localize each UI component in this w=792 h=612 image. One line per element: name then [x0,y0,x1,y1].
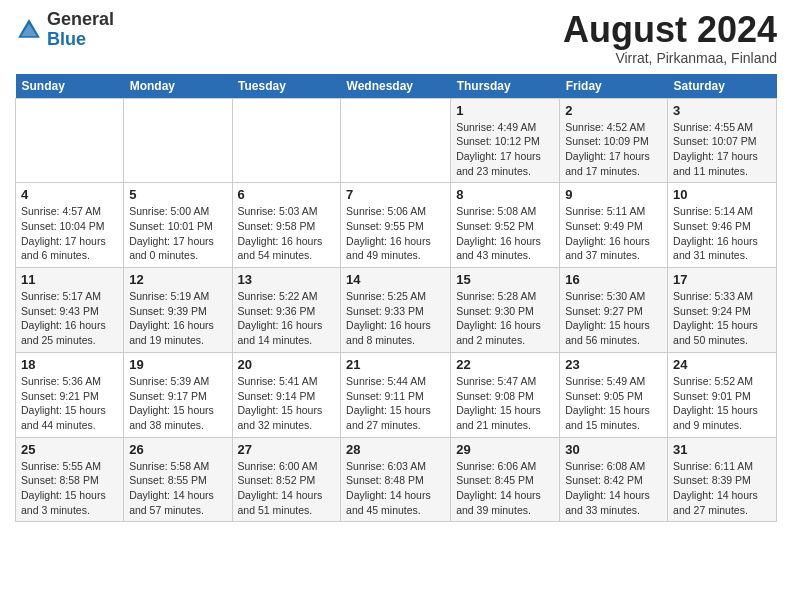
page-subtitle: Virrat, Pirkanmaa, Finland [563,50,777,66]
day-number: 27 [238,442,336,457]
calendar-cell: 2Sunrise: 4:52 AM Sunset: 10:09 PM Dayli… [560,98,668,183]
calendar-cell: 3Sunrise: 4:55 AM Sunset: 10:07 PM Dayli… [668,98,777,183]
header-cell-friday: Friday [560,74,668,99]
calendar-cell: 21Sunrise: 5:44 AM Sunset: 9:11 PM Dayli… [341,352,451,437]
day-number: 20 [238,357,336,372]
header-cell-thursday: Thursday [451,74,560,99]
calendar-cell: 7Sunrise: 5:06 AM Sunset: 9:55 PM Daylig… [341,183,451,268]
day-number: 19 [129,357,226,372]
week-row-4: 18Sunrise: 5:36 AM Sunset: 9:21 PM Dayli… [16,352,777,437]
day-number: 18 [21,357,118,372]
calendar-cell: 24Sunrise: 5:52 AM Sunset: 9:01 PM Dayli… [668,352,777,437]
day-number: 17 [673,272,771,287]
calendar-cell: 15Sunrise: 5:28 AM Sunset: 9:30 PM Dayli… [451,268,560,353]
day-content: Sunrise: 5:03 AM Sunset: 9:58 PM Dayligh… [238,204,336,263]
calendar-cell: 4Sunrise: 4:57 AM Sunset: 10:04 PM Dayli… [16,183,124,268]
day-number: 26 [129,442,226,457]
day-content: Sunrise: 5:41 AM Sunset: 9:14 PM Dayligh… [238,374,336,433]
calendar-cell: 1Sunrise: 4:49 AM Sunset: 10:12 PM Dayli… [451,98,560,183]
day-number: 31 [673,442,771,457]
calendar-cell [124,98,232,183]
day-number: 25 [21,442,118,457]
calendar-cell: 14Sunrise: 5:25 AM Sunset: 9:33 PM Dayli… [341,268,451,353]
day-number: 6 [238,187,336,202]
day-number: 12 [129,272,226,287]
day-number: 9 [565,187,662,202]
day-content: Sunrise: 6:11 AM Sunset: 8:39 PM Dayligh… [673,459,771,518]
calendar-cell: 18Sunrise: 5:36 AM Sunset: 9:21 PM Dayli… [16,352,124,437]
day-content: Sunrise: 5:06 AM Sunset: 9:55 PM Dayligh… [346,204,445,263]
day-content: Sunrise: 5:25 AM Sunset: 9:33 PM Dayligh… [346,289,445,348]
calendar-cell: 6Sunrise: 5:03 AM Sunset: 9:58 PM Daylig… [232,183,341,268]
day-content: Sunrise: 6:03 AM Sunset: 8:48 PM Dayligh… [346,459,445,518]
day-number: 4 [21,187,118,202]
calendar-cell: 12Sunrise: 5:19 AM Sunset: 9:39 PM Dayli… [124,268,232,353]
day-content: Sunrise: 5:11 AM Sunset: 9:49 PM Dayligh… [565,204,662,263]
day-content: Sunrise: 6:08 AM Sunset: 8:42 PM Dayligh… [565,459,662,518]
day-number: 5 [129,187,226,202]
calendar-cell: 13Sunrise: 5:22 AM Sunset: 9:36 PM Dayli… [232,268,341,353]
day-content: Sunrise: 5:58 AM Sunset: 8:55 PM Dayligh… [129,459,226,518]
day-number: 16 [565,272,662,287]
day-number: 30 [565,442,662,457]
header-cell-wednesday: Wednesday [341,74,451,99]
day-content: Sunrise: 5:36 AM Sunset: 9:21 PM Dayligh… [21,374,118,433]
day-content: Sunrise: 5:14 AM Sunset: 9:46 PM Dayligh… [673,204,771,263]
calendar-cell: 10Sunrise: 5:14 AM Sunset: 9:46 PM Dayli… [668,183,777,268]
week-row-5: 25Sunrise: 5:55 AM Sunset: 8:58 PM Dayli… [16,437,777,522]
day-number: 3 [673,103,771,118]
day-content: Sunrise: 4:55 AM Sunset: 10:07 PM Daylig… [673,120,771,179]
calendar-cell: 8Sunrise: 5:08 AM Sunset: 9:52 PM Daylig… [451,183,560,268]
day-number: 1 [456,103,554,118]
day-number: 15 [456,272,554,287]
calendar-cell: 25Sunrise: 5:55 AM Sunset: 8:58 PM Dayli… [16,437,124,522]
day-number: 10 [673,187,771,202]
day-number: 24 [673,357,771,372]
calendar-table: SundayMondayTuesdayWednesdayThursdayFrid… [15,74,777,523]
day-number: 21 [346,357,445,372]
header-cell-monday: Monday [124,74,232,99]
calendar-cell: 19Sunrise: 5:39 AM Sunset: 9:17 PM Dayli… [124,352,232,437]
calendar-cell: 29Sunrise: 6:06 AM Sunset: 8:45 PM Dayli… [451,437,560,522]
day-content: Sunrise: 5:33 AM Sunset: 9:24 PM Dayligh… [673,289,771,348]
header-cell-sunday: Sunday [16,74,124,99]
day-content: Sunrise: 5:08 AM Sunset: 9:52 PM Dayligh… [456,204,554,263]
day-number: 23 [565,357,662,372]
day-content: Sunrise: 5:52 AM Sunset: 9:01 PM Dayligh… [673,374,771,433]
calendar-cell: 23Sunrise: 5:49 AM Sunset: 9:05 PM Dayli… [560,352,668,437]
day-content: Sunrise: 6:00 AM Sunset: 8:52 PM Dayligh… [238,459,336,518]
day-content: Sunrise: 5:28 AM Sunset: 9:30 PM Dayligh… [456,289,554,348]
calendar-cell: 16Sunrise: 5:30 AM Sunset: 9:27 PM Dayli… [560,268,668,353]
day-content: Sunrise: 5:17 AM Sunset: 9:43 PM Dayligh… [21,289,118,348]
day-content: Sunrise: 4:57 AM Sunset: 10:04 PM Daylig… [21,204,118,263]
day-content: Sunrise: 5:49 AM Sunset: 9:05 PM Dayligh… [565,374,662,433]
week-row-1: 1Sunrise: 4:49 AM Sunset: 10:12 PM Dayli… [16,98,777,183]
day-number: 2 [565,103,662,118]
day-content: Sunrise: 5:47 AM Sunset: 9:08 PM Dayligh… [456,374,554,433]
logo-blue-text: Blue [47,29,86,49]
calendar-cell: 31Sunrise: 6:11 AM Sunset: 8:39 PM Dayli… [668,437,777,522]
day-content: Sunrise: 5:00 AM Sunset: 10:01 PM Daylig… [129,204,226,263]
day-content: Sunrise: 4:49 AM Sunset: 10:12 PM Daylig… [456,120,554,179]
calendar-cell: 28Sunrise: 6:03 AM Sunset: 8:48 PM Dayli… [341,437,451,522]
calendar-cell: 30Sunrise: 6:08 AM Sunset: 8:42 PM Dayli… [560,437,668,522]
day-number: 22 [456,357,554,372]
calendar-cell [341,98,451,183]
week-row-2: 4Sunrise: 4:57 AM Sunset: 10:04 PM Dayli… [16,183,777,268]
calendar-cell: 27Sunrise: 6:00 AM Sunset: 8:52 PM Dayli… [232,437,341,522]
calendar-cell: 11Sunrise: 5:17 AM Sunset: 9:43 PM Dayli… [16,268,124,353]
header: General Blue August 2024 Virrat, Pirkanm… [15,10,777,66]
day-number: 8 [456,187,554,202]
calendar-cell: 9Sunrise: 5:11 AM Sunset: 9:49 PM Daylig… [560,183,668,268]
calendar-cell: 20Sunrise: 5:41 AM Sunset: 9:14 PM Dayli… [232,352,341,437]
calendar-cell: 22Sunrise: 5:47 AM Sunset: 9:08 PM Dayli… [451,352,560,437]
day-content: Sunrise: 5:22 AM Sunset: 9:36 PM Dayligh… [238,289,336,348]
calendar-cell: 17Sunrise: 5:33 AM Sunset: 9:24 PM Dayli… [668,268,777,353]
logo-icon [15,16,43,44]
day-content: Sunrise: 6:06 AM Sunset: 8:45 PM Dayligh… [456,459,554,518]
day-content: Sunrise: 4:52 AM Sunset: 10:09 PM Daylig… [565,120,662,179]
logo: General Blue [15,10,114,50]
calendar-cell [16,98,124,183]
page-title: August 2024 [563,10,777,50]
day-content: Sunrise: 5:44 AM Sunset: 9:11 PM Dayligh… [346,374,445,433]
